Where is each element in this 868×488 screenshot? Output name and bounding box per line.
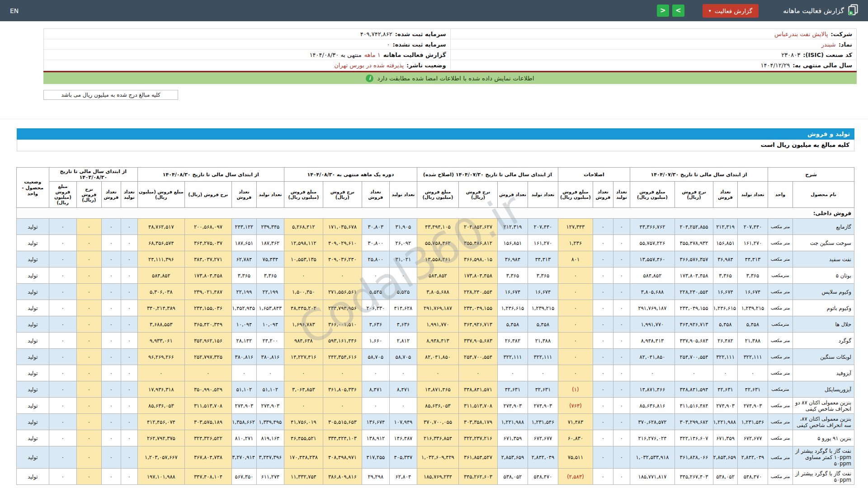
data-cell: ۴۰۸,۴۹۸,۹۷۱ [323,446,362,469]
data-cell: ۱,۶۶۰ [362,333,389,349]
data-cell: ۰ [49,284,76,300]
company-link[interactable]: پالایش نفت بندرعباس [774,31,828,38]
isic-row: کد صنعت (ISIC): ۲۳۰۸۰۳ [451,50,857,60]
data-cell: ۱۸۵,۷۶۹,۲۳۴ [417,469,458,485]
data-cell: ۱۳,۵۵۸,۲۶۱ [417,251,458,267]
data-cell: ۳۱۱,۵۱۳,۷۰۸ [184,398,231,414]
data-cell: ۳۴۷,۴۰۸,۱۰۴ [184,469,231,485]
data-cell: ۰ [76,349,101,365]
data-cell: ۰ [362,398,389,414]
data-cell: ۳۷۰,۷۰۰,۰۵۵ [417,414,458,430]
production-sales-table: شرحاز ابتدای سال مالی تا تاریخ ۱۴۰۴/۰۷/۳… [16,167,854,485]
data-cell: ۴۳,۴۹۴,۱۰۵ [417,219,458,235]
sub-header: مبلغ فروش (میلیون ریال) [49,182,76,208]
data-cell: ۰ [593,267,613,284]
data-cell: ۰ [101,251,121,267]
data-cell: ۰ [256,365,284,381]
data-cell: ۵۵,۷۵۸,۴۶۲ [417,235,458,251]
data-cell: ۰ [593,235,613,251]
product-row: نفت سفیدمتر مکعب۴۴,۴۱۳۳۶,۹۸۴۳۶۶,۵۷۶,۳۵۷۱… [16,251,854,267]
sub-header: تعداد تولید [389,182,417,208]
data-cell: ۰ [121,267,137,284]
data-cell: ۰ [76,235,101,251]
data-cell: ۳۰۳,۵۷۵,۱۸۹ [184,414,231,430]
top-navbar: گزارش فعالیت ماهانه گزارش فعالیت ▾ > < E… [0,0,868,21]
data-cell: ۱,۲۳۱,۵۴۶ [528,414,558,430]
data-cell: ۳۲۲,۱۱۱ [738,349,768,365]
data-cell: ۰ [49,349,76,365]
data-cell: ۱,۲۳۶ [558,235,593,251]
language-toggle[interactable]: EN [10,7,19,14]
product-unit-cell: مترمکعب [768,381,793,398]
data-cell: ۳۳۷,۹۰۵,۶۸۳ [458,333,497,349]
data-cell: ۴۴,۴۱۳ [738,251,768,267]
data-cell: (۲,۵۸۳) [558,469,593,485]
data-cell: ۱,۴۵۲,۹۴۵ [231,300,256,316]
product-status-cell: تولید [16,251,49,267]
product-unit-cell: متر مکعب [768,365,793,381]
data-cell: ۱۰,۰۹۴ [231,316,256,333]
report-period-highlight: ۱ ماهه [364,52,381,58]
data-cell: ۰ [101,219,121,235]
data-cell: ۴۲,۶۳۱ [528,381,558,398]
product-row: نفت گاز با گوگرد بیشتر از ۱۰ppm کمتر مسا… [16,446,854,469]
sub-header: مبلغ فروش (میلیون ریال) [630,182,675,208]
data-cell: ۰ [76,365,101,381]
product-row: نفت گاز با گوگرد بیشتر از ۵۰ppmمتر مکعب۵… [16,469,854,485]
data-cell: ۳۸۶,۸۰۹,۸۱۶ [323,469,362,485]
data-cell: ۳,۳۶۵ [231,267,256,284]
product-name-cell: گوگرد [793,333,854,349]
product-row: بنزین معمولی اکتان ۸۷ دو انحراف شاخص کیف… [16,398,854,414]
next-report-button[interactable]: > [672,5,684,17]
data-cell: ۰ [389,398,417,414]
data-cell: ۴۴,۴۱۳ [528,251,558,267]
data-cell: ۰ [613,430,630,446]
company-label: شرکت: [831,31,852,38]
data-cell: ۲۶,۴۸۲ [713,333,738,349]
symbol-row: نماد: شبندر [451,39,857,50]
data-cell: ۲۹,۲۹۸ [362,469,389,485]
product-name-cell: نفت گاز با گوگرد بیشتر از ۵۰ppm [793,469,854,485]
data-cell: ۰ [613,219,630,235]
data-cell: ۳۰,۸۰۳ [362,219,389,235]
activity-report-dropdown[interactable]: گزارش فعالیت ▾ [703,4,759,18]
data-cell: ۸,۴۷۱ [389,381,417,398]
product-name-cell: وکیوم سلاپس [793,284,854,300]
issuer-status-value: پذیرفته شده در بورس تهران [334,62,404,69]
data-cell: ۰ [49,333,76,349]
data-cell: ۲۳۴,۰۴۹,۱۵۵ [675,300,713,316]
data-cell: ۳,۳۶۵ [497,267,528,284]
data-cell: ۳۰,۸۰۰ [362,235,389,251]
data-cell: ۳۳۷,۹۰۵,۶۸۳ [675,333,713,349]
symbol-link[interactable]: شبندر [821,41,836,48]
pt-body: فروش داخلی:گازمایعمتر مکعب۲۰۷,۴۴۰۲۱۲,۳۱۹… [16,208,854,485]
data-cell: ۵۱,۱۰۲ [256,381,284,398]
prev-report-button[interactable]: < [657,5,669,17]
product-unit-cell: متر مکعب [768,235,793,251]
data-cell: ۰ [76,414,101,430]
data-cell: ۳۳۴,۴۲۴,۱۰۳ [323,430,362,446]
product-unit-cell: متر مکعب [768,284,793,300]
data-cell: ۵,۵۲۵ [389,284,417,300]
data-cell: ۶۷۱,۳۵۹ [497,430,528,446]
data-cell: ۳۶۶,۵۹۸,۰۱۵ [458,251,497,267]
data-cell: ۱۶,۶۷۴ [713,284,738,300]
product-unit-cell: متر مکعب [768,333,793,349]
registered-capital-row: سرمایه ثبت شده: ۴۰۹,۷۴۲,۸۶۲ [44,29,450,39]
sub-header: تعداد تولید [256,182,284,208]
sales-section-label: فروش داخلی: [16,208,854,219]
product-name-cell: بنزین معمولی اکتان ۸۷، سه انحراف شاخص کی… [793,414,854,430]
data-cell: ۹,۹۳۳,۰۶۱ [137,333,184,349]
data-cell: ۴۸,۷۶۲,۵۱۷ [137,219,184,235]
data-cell: ۳۰۳,۳۵۸,۱۷۹ [458,414,497,430]
data-cell: ۸۲,۰۴۱,۸۵۰ [630,349,675,365]
unregistered-capital-label: سرمایه ثبت نشده: [392,41,446,48]
data-cell: ۲۷۴,۹۰۳ [231,398,256,414]
data-cell: ۵۸۴,۸۵۲ [137,267,184,284]
data-cell: ۱۳۶,۶۷۴ [362,414,389,430]
data-cell: ۰ [121,446,137,469]
data-cell: ۰ [49,267,76,284]
sub-header: تعداد تولید [738,182,768,208]
data-cell: ۸۱۰,۲۷۱ [231,430,256,446]
data-cell: ۰ [121,365,137,381]
